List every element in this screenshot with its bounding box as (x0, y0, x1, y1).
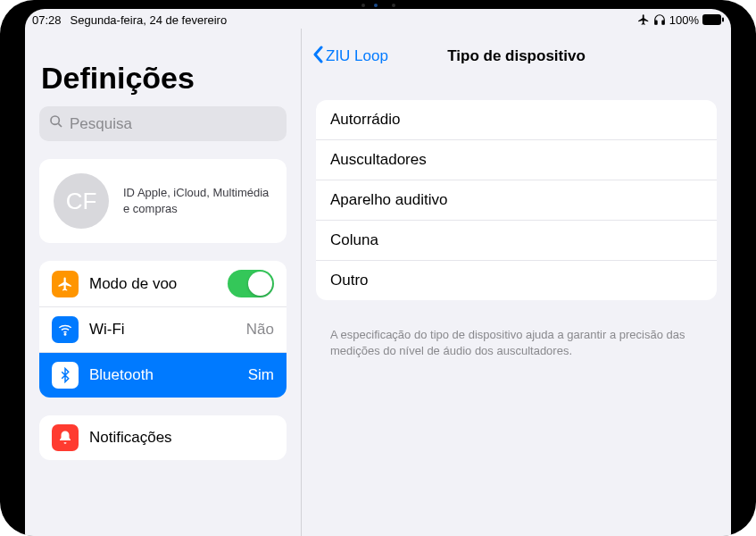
search-icon (49, 114, 63, 133)
profile-subtitle: ID Apple, iCloud, Multimédia e compras (123, 185, 272, 216)
status-bar: 07:28 Segunda-feira, 24 de fevereiro 100… (25, 9, 731, 29)
avatar-initials: CF (66, 188, 97, 215)
avatar: CF (54, 173, 109, 229)
back-button[interactable]: ZIU Loop (312, 46, 388, 68)
profile-card[interactable]: CF ID Apple, iCloud, Multimédia e compra… (39, 159, 287, 243)
nav-title: Tipo de dispositivo (447, 47, 586, 65)
airplane-toggle[interactable] (228, 270, 274, 297)
svg-point-6 (64, 334, 66, 336)
chevron-left-icon (312, 46, 323, 68)
svg-line-5 (58, 123, 62, 127)
headphones-icon (653, 13, 666, 26)
row-wifi[interactable]: Wi-Fi Não (39, 307, 287, 353)
row-label: Modo de voo (89, 275, 217, 293)
svg-rect-1 (662, 21, 664, 24)
status-date: Segunda-feira, 24 de fevereiro (71, 13, 228, 27)
svg-rect-2 (702, 14, 721, 25)
row-notifications[interactable]: Notificações (39, 415, 287, 460)
bluetooth-icon (52, 362, 79, 389)
airplane-icon (52, 271, 79, 297)
search-placeholder: Pesquisa (70, 115, 132, 133)
battery-pct: 100% (669, 13, 699, 27)
settings-group-1: Modo de voo Wi-Fi Não Blu (39, 261, 287, 398)
option-car-stereo[interactable]: Autorrádio (316, 100, 717, 140)
row-label: Notificações (89, 429, 274, 447)
bell-icon (52, 424, 79, 451)
footer-text: A especificação do tipo de dispositivo a… (316, 318, 717, 359)
detail-panel: ZIU Loop Tipo de dispositivo Autorrádio … (302, 29, 731, 536)
option-headphones[interactable]: Auscultadores (316, 140, 717, 180)
nav-bar: ZIU Loop Tipo de dispositivo (302, 29, 731, 80)
back-label: ZIU Loop (326, 47, 388, 65)
svg-point-4 (51, 116, 59, 124)
battery-icon (702, 14, 724, 25)
wifi-icon (52, 316, 79, 343)
option-other[interactable]: Outro (316, 261, 717, 300)
svg-rect-0 (655, 21, 657, 24)
row-airplane-mode[interactable]: Modo de voo (39, 261, 287, 307)
option-speaker[interactable]: Coluna (316, 221, 717, 261)
row-bluetooth[interactable]: Bluetooth Sim (39, 353, 287, 398)
device-type-list: Autorrádio Auscultadores Aparelho auditi… (316, 100, 717, 300)
option-hearing-aid[interactable]: Aparelho auditivo (316, 180, 717, 221)
row-value: Não (246, 321, 274, 339)
search-input[interactable]: Pesquisa (39, 106, 287, 141)
airplane-icon (637, 13, 650, 26)
row-label: Wi-Fi (89, 321, 236, 339)
row-value: Sim (248, 366, 274, 384)
page-title: Definições (41, 61, 287, 96)
settings-group-2: Notificações (39, 415, 287, 460)
row-label: Bluetooth (89, 366, 237, 384)
svg-rect-3 (722, 18, 724, 22)
settings-sidebar: Definições Pesquisa CF ID Apple, iCloud,… (25, 29, 302, 536)
status-time: 07:28 (32, 13, 62, 27)
